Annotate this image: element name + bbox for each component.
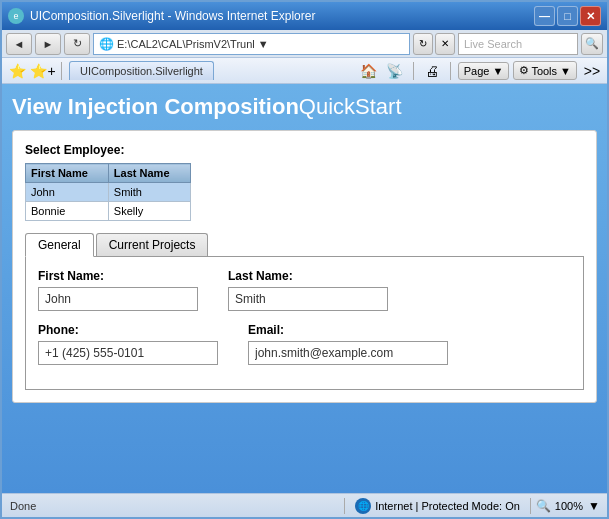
form-row-2: Phone: Email: <box>38 323 571 365</box>
header-bold: View Injection Composition <box>12 94 299 119</box>
forward-button[interactable]: ► <box>35 33 61 55</box>
header-normal: QuickStart <box>299 94 402 119</box>
tools-menu-button[interactable]: ⚙ Tools ▼ <box>513 61 577 80</box>
minimize-button[interactable]: — <box>534 6 555 26</box>
content-area: View Injection CompositionQuickStart Sel… <box>2 84 607 493</box>
address-bar: ◄ ► ↻ 🌐 E:\CAL2\CAL\PrismV2\Trunl ▼ ↻ ✕ … <box>2 30 607 58</box>
employee-table: First Name Last Name John Smith Bonnie S… <box>25 163 191 221</box>
rss-icon[interactable]: 📡 <box>384 60 406 82</box>
tab-general[interactable]: General <box>25 233 94 257</box>
close-button[interactable]: ✕ <box>580 6 601 26</box>
employee-row-1[interactable]: John Smith <box>26 183 191 202</box>
tools-label: Tools ▼ <box>531 65 571 77</box>
employee-first-1: John <box>26 183 109 202</box>
browser-tab[interactable]: UIComposition.Silverlight <box>69 61 214 80</box>
employee-last-1: Smith <box>108 183 190 202</box>
maximize-button[interactable]: □ <box>557 6 578 26</box>
toolbar-separator-3 <box>450 62 451 80</box>
toolbar-separator-2 <box>413 62 414 80</box>
status-bar: Done 🌐 Internet | Protected Mode: On 🔍 1… <box>2 493 607 517</box>
address-input[interactable]: 🌐 E:\CAL2\CAL\PrismV2\Trunl ▼ <box>93 33 410 55</box>
employee-row-2[interactable]: Bonnie Skelly <box>26 202 191 221</box>
favorites-star-icon[interactable]: ⭐ <box>6 60 28 82</box>
first-name-input[interactable] <box>38 287 198 311</box>
tabs-container: General Current Projects <box>25 233 584 257</box>
zoom-dropdown-button[interactable]: ▼ <box>587 499 601 513</box>
toolbar-separator-1 <box>61 62 62 80</box>
employee-first-2: Bonnie <box>26 202 109 221</box>
page-header: View Injection CompositionQuickStart <box>12 94 597 120</box>
back-button[interactable]: ◄ <box>6 33 32 55</box>
select-employee-label: Select Employee: <box>25 143 584 157</box>
zoom-out-button[interactable]: 🔍 <box>537 499 551 513</box>
browser-window: e UIComposition.Silverlight - Windows In… <box>0 0 609 519</box>
globe-icon: 🌐 <box>355 498 371 514</box>
search-box[interactable]: Live Search <box>458 33 578 55</box>
title-bar: e UIComposition.Silverlight - Windows In… <box>2 2 607 30</box>
form-group-email: Email: <box>248 323 448 365</box>
window-title: UIComposition.Silverlight - Windows Inte… <box>30 9 534 23</box>
col-first-name: First Name <box>26 164 109 183</box>
toolbar: ⭐ ⭐+ UIComposition.Silverlight 🏠 📡 🖨 Pag… <box>2 58 607 84</box>
home-icon[interactable]: 🏠 <box>358 60 380 82</box>
window-controls: — □ ✕ <box>534 6 601 26</box>
email-label: Email: <box>248 323 448 337</box>
status-done: Done <box>2 500 344 512</box>
stop-button[interactable]: ✕ <box>435 33 455 55</box>
form-group-phone: Phone: <box>38 323 218 365</box>
stop-refresh-group: ↻ ✕ <box>413 33 455 55</box>
status-zoom: 🔍 100% ▼ <box>531 499 607 513</box>
page-label: Page ▼ <box>464 65 504 77</box>
phone-label: Phone: <box>38 323 218 337</box>
url-text: E:\CAL2\CAL\PrismV2\Trunl ▼ <box>117 38 269 50</box>
page-menu-button[interactable]: Page ▼ <box>458 62 510 80</box>
form-row-1: First Name: Last Name: <box>38 269 571 311</box>
phone-input[interactable] <box>38 341 218 365</box>
ie-icon: e <box>8 8 24 24</box>
refresh-button[interactable]: ↻ <box>64 33 90 55</box>
zoom-level: 100% <box>555 500 583 512</box>
tab-current-projects[interactable]: Current Projects <box>96 233 209 256</box>
status-zone-text: Internet | Protected Mode: On <box>375 500 520 512</box>
form-group-firstname: First Name: <box>38 269 198 311</box>
tab-content-general: First Name: Last Name: Phone: Email: <box>25 257 584 390</box>
page-icon: 🌐 <box>99 37 114 51</box>
more-button[interactable]: >> <box>581 60 603 82</box>
first-name-label: First Name: <box>38 269 198 283</box>
print-icon[interactable]: 🖨 <box>421 60 443 82</box>
email-input[interactable] <box>248 341 448 365</box>
search-go-button[interactable]: 🔍 <box>581 33 603 55</box>
add-favorites-icon[interactable]: ⭐+ <box>32 60 54 82</box>
status-zone: 🌐 Internet | Protected Mode: On <box>344 498 531 514</box>
last-name-input[interactable] <box>228 287 388 311</box>
col-last-name: Last Name <box>108 164 190 183</box>
last-name-label: Last Name: <box>228 269 388 283</box>
employee-last-2: Skelly <box>108 202 190 221</box>
nav-refresh-button[interactable]: ↻ <box>413 33 433 55</box>
main-panel: Select Employee: First Name Last Name Jo… <box>12 130 597 403</box>
search-placeholder: Live Search <box>464 38 522 50</box>
form-group-lastname: Last Name: <box>228 269 388 311</box>
